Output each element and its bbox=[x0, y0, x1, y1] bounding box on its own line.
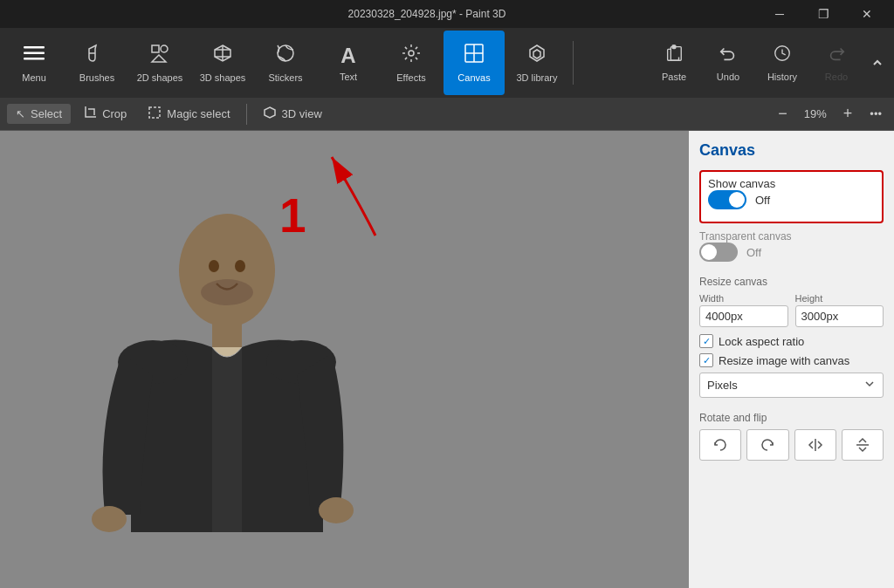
canvas-icon bbox=[464, 43, 485, 69]
width-label: Width bbox=[699, 293, 788, 304]
height-input[interactable] bbox=[795, 305, 884, 327]
right-panel: 2 Canvas Show canvas Off Transparent can… bbox=[689, 131, 894, 588]
flip-vertical-button[interactable] bbox=[842, 429, 884, 461]
units-value: Pixels bbox=[707, 379, 738, 392]
transparent-canvas-section: Transparent canvas Off bbox=[699, 230, 884, 262]
transparent-toggle-knob bbox=[701, 244, 717, 260]
toolbar-item-2dshapes[interactable]: 2D shapes bbox=[129, 31, 190, 95]
transparent-canvas-off-label: Off bbox=[746, 246, 761, 259]
toolbar-item-redo[interactable]: Redo bbox=[810, 31, 863, 95]
show-canvas-off-label: Off bbox=[755, 194, 770, 207]
height-label: Height bbox=[795, 293, 884, 304]
lock-aspect-label: Lock aspect ratio bbox=[719, 335, 804, 348]
select-icon: ↖ bbox=[16, 107, 25, 120]
rotate-right-button[interactable] bbox=[746, 429, 788, 461]
toolbar-item-paste[interactable]: Paste bbox=[648, 31, 700, 95]
3dshapes-label: 3D shapes bbox=[200, 72, 246, 83]
undo-icon bbox=[719, 44, 738, 68]
brushes-icon bbox=[86, 43, 107, 69]
magic-select-button[interactable]: Magic select bbox=[139, 102, 238, 126]
rotate-left-button[interactable] bbox=[699, 429, 741, 461]
paste-label: Paste bbox=[662, 72, 686, 82]
zoom-out-button[interactable]: − bbox=[773, 103, 793, 125]
canvas-area[interactable]: 1 bbox=[0, 131, 689, 588]
svg-point-36 bbox=[319, 497, 354, 523]
transparent-canvas-toggle-row: Off bbox=[699, 243, 884, 262]
toolbar-item-effects[interactable]: Effects bbox=[381, 31, 442, 95]
undo-label: Undo bbox=[717, 72, 739, 82]
svg-point-27 bbox=[179, 214, 275, 327]
resize-image-row[interactable]: ✓ Resize image with canvas bbox=[699, 353, 884, 367]
maximize-button[interactable]: ❐ bbox=[803, 0, 843, 28]
zoom-more-button[interactable]: ••• bbox=[864, 106, 887, 122]
lock-aspect-checkbox[interactable]: ✓ bbox=[699, 334, 713, 348]
rotate-flip-title: Rotate and flip bbox=[699, 412, 884, 424]
crop-button[interactable]: Crop bbox=[74, 102, 135, 126]
svg-point-35 bbox=[92, 506, 127, 532]
svg-line-17 bbox=[416, 58, 417, 59]
toolbar-item-3dshapes[interactable]: 3D shapes bbox=[192, 31, 253, 95]
crop-icon bbox=[83, 106, 97, 122]
toolbar-item-menu[interactable]: Menu bbox=[3, 31, 65, 95]
svg-rect-32 bbox=[212, 347, 242, 532]
flip-horizontal-button[interactable] bbox=[794, 429, 836, 461]
svg-rect-26 bbox=[149, 107, 160, 118]
toolbar-item-history[interactable]: History bbox=[756, 31, 808, 95]
canvas-image bbox=[0, 131, 454, 588]
width-field-group: Width bbox=[699, 293, 788, 327]
height-field-group: Height bbox=[795, 293, 884, 327]
toolbar-item-canvas[interactable]: Canvas bbox=[444, 31, 505, 95]
toolbar-right: Paste Undo History Redo bbox=[648, 31, 891, 95]
secondary-toolbar: ↖ Select Crop Magic select 3D view − 19%… bbox=[0, 98, 894, 131]
svg-rect-1 bbox=[24, 52, 45, 55]
stickers-icon bbox=[275, 43, 296, 69]
svg-point-10 bbox=[278, 45, 293, 61]
3dview-icon bbox=[263, 106, 277, 122]
resize-canvas-section: Resize canvas Width Height ✓ Lock aspect… bbox=[699, 276, 884, 398]
resize-image-checkbox[interactable]: ✓ bbox=[699, 353, 713, 367]
3dview-button[interactable]: 3D view bbox=[254, 102, 331, 126]
resize-image-label: Resize image with canvas bbox=[719, 354, 849, 367]
rotate-buttons bbox=[699, 429, 884, 461]
paste-icon bbox=[664, 44, 684, 68]
svg-point-30 bbox=[201, 279, 253, 305]
collapse-ribbon-button[interactable] bbox=[864, 31, 891, 95]
select-button[interactable]: ↖ Select bbox=[7, 104, 71, 124]
resize-row: Width Height bbox=[699, 293, 884, 327]
toolbar-item-brushes[interactable]: Brushes bbox=[66, 31, 127, 95]
svg-rect-24 bbox=[672, 45, 676, 49]
redo-label: Redo bbox=[825, 72, 848, 82]
resize-canvas-title: Resize canvas bbox=[699, 276, 884, 288]
minimize-button[interactable]: ─ bbox=[760, 0, 800, 28]
toolbar-item-3dlibrary[interactable]: 3D library bbox=[506, 31, 567, 95]
history-icon bbox=[773, 44, 792, 68]
close-button[interactable]: ✕ bbox=[847, 0, 887, 28]
width-input[interactable] bbox=[699, 305, 788, 327]
svg-line-18 bbox=[416, 47, 417, 49]
chevron-down-icon bbox=[863, 378, 876, 393]
svg-point-5 bbox=[161, 45, 168, 52]
stickers-label: Stickers bbox=[268, 72, 302, 83]
lock-aspect-row[interactable]: ✓ Lock aspect ratio bbox=[699, 334, 884, 348]
annotation-1: 1 bbox=[279, 188, 306, 243]
title-bar: 20230328_204928.jpg* - Paint 3D ─ ❐ ✕ bbox=[0, 0, 894, 28]
transparent-canvas-toggle[interactable] bbox=[699, 243, 738, 262]
magic-select-label: Magic select bbox=[167, 107, 230, 120]
svg-point-29 bbox=[235, 260, 245, 272]
2dshapes-label: 2D shapes bbox=[137, 72, 183, 83]
rotate-flip-section: Rotate and flip bbox=[699, 412, 884, 461]
svg-point-11 bbox=[409, 51, 414, 56]
toolbar-item-stickers[interactable]: Stickers bbox=[255, 31, 316, 95]
units-dropdown[interactable]: Pixels bbox=[699, 373, 884, 398]
toolbar-item-text[interactable]: A Text bbox=[318, 31, 379, 95]
show-canvas-toggle[interactable] bbox=[708, 190, 746, 209]
crop-label: Crop bbox=[102, 107, 127, 120]
toolbar-item-undo[interactable]: Undo bbox=[702, 31, 754, 95]
zoom-in-button[interactable]: + bbox=[838, 103, 858, 125]
effects-icon bbox=[401, 43, 422, 69]
svg-point-28 bbox=[209, 260, 219, 272]
svg-rect-31 bbox=[212, 321, 242, 347]
2dshapes-icon bbox=[149, 43, 170, 69]
3dview-label: 3D view bbox=[282, 107, 322, 120]
canvas-label: Canvas bbox=[457, 72, 490, 83]
